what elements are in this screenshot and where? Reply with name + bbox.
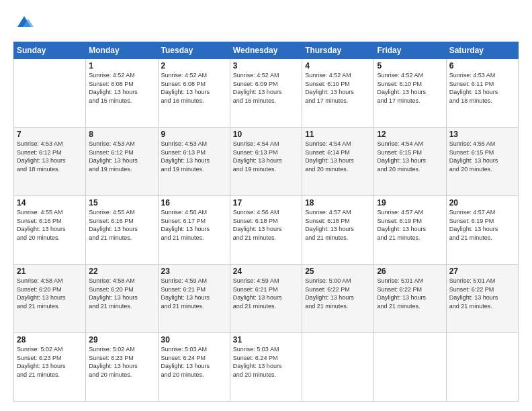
calendar-cell: 7Sunrise: 4:53 AMSunset: 6:12 PMDaylight… [14, 128, 86, 196]
day-info: Sunrise: 5:02 AMSunset: 6:23 PMDaylight:… [89, 345, 154, 379]
day-info: Sunrise: 4:57 AMSunset: 6:19 PMDaylight:… [449, 208, 515, 242]
calendar-cell [446, 333, 518, 402]
day-number: 31 [233, 335, 299, 345]
calendar-cell: 29Sunrise: 5:02 AMSunset: 6:23 PMDayligh… [86, 333, 158, 402]
day-info: Sunrise: 4:52 AMSunset: 6:09 PMDaylight:… [233, 71, 299, 105]
calendar-cell: 1Sunrise: 4:52 AMSunset: 6:08 PMDaylight… [86, 59, 158, 128]
day-number: 4 [305, 61, 371, 71]
calendar-cell: 13Sunrise: 4:55 AMSunset: 6:15 PMDayligh… [446, 128, 518, 196]
header-wednesday: Wednesday [230, 42, 302, 59]
day-info: Sunrise: 4:53 AMSunset: 6:12 PMDaylight:… [89, 140, 154, 173]
calendar-cell: 8Sunrise: 4:53 AMSunset: 6:12 PMDaylight… [86, 128, 158, 196]
day-info: Sunrise: 5:01 AMSunset: 6:22 PMDaylight:… [449, 277, 515, 310]
calendar-cell: 30Sunrise: 5:03 AMSunset: 6:24 PMDayligh… [158, 333, 230, 402]
calendar-cell: 20Sunrise: 4:57 AMSunset: 6:19 PMDayligh… [446, 196, 518, 265]
day-number: 23 [161, 267, 227, 276]
logo [13, 12, 34, 34]
day-number: 21 [17, 267, 83, 276]
day-number: 16 [161, 198, 227, 208]
header-friday: Friday [374, 42, 446, 59]
day-info: Sunrise: 4:52 AMSunset: 6:08 PMDaylight:… [89, 71, 154, 105]
calendar-cell: 14Sunrise: 4:55 AMSunset: 6:16 PMDayligh… [14, 196, 86, 265]
day-info: Sunrise: 4:56 AMSunset: 6:17 PMDaylight:… [161, 208, 227, 242]
day-number: 29 [89, 335, 154, 345]
calendar-cell: 26Sunrise: 5:01 AMSunset: 6:22 PMDayligh… [374, 265, 446, 333]
calendar-week-5: 28Sunrise: 5:02 AMSunset: 6:23 PMDayligh… [14, 333, 519, 402]
day-number: 20 [449, 198, 515, 208]
calendar-cell: 10Sunrise: 4:54 AMSunset: 6:13 PMDayligh… [230, 128, 302, 196]
calendar-cell: 9Sunrise: 4:53 AMSunset: 6:13 PMDaylight… [158, 128, 230, 196]
day-info: Sunrise: 4:59 AMSunset: 6:21 PMDaylight:… [161, 277, 227, 310]
header-tuesday: Tuesday [158, 42, 230, 59]
day-number: 9 [161, 130, 227, 139]
day-number: 3 [233, 61, 299, 71]
day-number: 12 [377, 130, 443, 139]
day-number: 24 [233, 267, 299, 276]
calendar-cell: 31Sunrise: 5:03 AMSunset: 6:24 PMDayligh… [230, 333, 302, 402]
day-info: Sunrise: 4:54 AMSunset: 6:15 PMDaylight:… [377, 140, 443, 173]
day-info: Sunrise: 4:52 AMSunset: 6:08 PMDaylight:… [161, 71, 227, 105]
calendar-cell: 15Sunrise: 4:55 AMSunset: 6:16 PMDayligh… [86, 196, 158, 265]
day-info: Sunrise: 4:54 AMSunset: 6:14 PMDaylight:… [305, 140, 371, 173]
day-number: 10 [233, 130, 299, 139]
day-number: 1 [89, 61, 154, 71]
calendar-cell [14, 59, 86, 128]
calendar-cell: 18Sunrise: 4:57 AMSunset: 6:18 PMDayligh… [302, 196, 374, 265]
day-info: Sunrise: 5:01 AMSunset: 6:22 PMDaylight:… [377, 277, 443, 310]
day-info: Sunrise: 5:02 AMSunset: 6:23 PMDaylight:… [17, 345, 83, 379]
calendar-cell: 28Sunrise: 5:02 AMSunset: 6:23 PMDayligh… [14, 333, 86, 402]
day-info: Sunrise: 4:56 AMSunset: 6:18 PMDaylight:… [233, 208, 299, 242]
day-number: 27 [449, 267, 515, 276]
day-info: Sunrise: 4:58 AMSunset: 6:20 PMDaylight:… [17, 277, 83, 310]
calendar-cell: 25Sunrise: 5:00 AMSunset: 6:22 PMDayligh… [302, 265, 374, 333]
day-info: Sunrise: 5:00 AMSunset: 6:22 PMDaylight:… [305, 277, 371, 310]
day-info: Sunrise: 4:52 AMSunset: 6:10 PMDaylight:… [305, 71, 371, 105]
day-info: Sunrise: 5:03 AMSunset: 6:24 PMDaylight:… [161, 345, 227, 379]
calendar-cell [302, 333, 374, 402]
calendar-cell [374, 333, 446, 402]
header-thursday: Thursday [302, 42, 374, 59]
calendar-header-row: Sunday Monday Tuesday Wednesday Thursday… [14, 42, 519, 59]
day-info: Sunrise: 4:52 AMSunset: 6:10 PMDaylight:… [377, 71, 443, 105]
day-number: 5 [377, 61, 443, 71]
day-number: 17 [233, 198, 299, 208]
day-info: Sunrise: 4:58 AMSunset: 6:20 PMDaylight:… [89, 277, 154, 310]
calendar-cell: 4Sunrise: 4:52 AMSunset: 6:10 PMDaylight… [302, 59, 374, 128]
day-number: 2 [161, 61, 227, 71]
calendar-week-3: 14Sunrise: 4:55 AMSunset: 6:16 PMDayligh… [14, 196, 519, 265]
day-info: Sunrise: 4:54 AMSunset: 6:13 PMDaylight:… [233, 140, 299, 173]
day-info: Sunrise: 5:03 AMSunset: 6:24 PMDaylight:… [233, 345, 299, 379]
day-number: 11 [305, 130, 371, 139]
day-number: 7 [17, 130, 83, 139]
calendar-cell: 12Sunrise: 4:54 AMSunset: 6:15 PMDayligh… [374, 128, 446, 196]
day-info: Sunrise: 4:57 AMSunset: 6:19 PMDaylight:… [377, 208, 443, 242]
day-number: 8 [89, 130, 154, 139]
header-saturday: Saturday [446, 42, 518, 59]
calendar-cell: 11Sunrise: 4:54 AMSunset: 6:14 PMDayligh… [302, 128, 374, 196]
calendar-cell: 17Sunrise: 4:56 AMSunset: 6:18 PMDayligh… [230, 196, 302, 265]
day-number: 6 [449, 61, 515, 71]
calendar-cell: 22Sunrise: 4:58 AMSunset: 6:20 PMDayligh… [86, 265, 158, 333]
day-number: 13 [449, 130, 515, 139]
day-number: 25 [305, 267, 371, 276]
day-info: Sunrise: 4:55 AMSunset: 6:16 PMDaylight:… [17, 208, 83, 242]
calendar-week-4: 21Sunrise: 4:58 AMSunset: 6:20 PMDayligh… [14, 265, 519, 333]
day-info: Sunrise: 4:53 AMSunset: 6:12 PMDaylight:… [17, 140, 83, 173]
day-number: 30 [161, 335, 227, 345]
calendar-cell: 5Sunrise: 4:52 AMSunset: 6:10 PMDaylight… [374, 59, 446, 128]
header-monday: Monday [86, 42, 158, 59]
calendar-table: Sunday Monday Tuesday Wednesday Thursday… [13, 42, 519, 402]
calendar-cell: 2Sunrise: 4:52 AMSunset: 6:08 PMDaylight… [158, 59, 230, 128]
calendar-cell: 24Sunrise: 4:59 AMSunset: 6:21 PMDayligh… [230, 265, 302, 333]
day-info: Sunrise: 4:55 AMSunset: 6:15 PMDaylight:… [449, 140, 515, 173]
calendar-week-1: 1Sunrise: 4:52 AMSunset: 6:08 PMDaylight… [14, 59, 519, 128]
day-number: 28 [17, 335, 83, 345]
day-info: Sunrise: 4:55 AMSunset: 6:16 PMDaylight:… [89, 208, 154, 242]
day-info: Sunrise: 4:53 AMSunset: 6:13 PMDaylight:… [161, 140, 227, 173]
calendar-cell: 6Sunrise: 4:53 AMSunset: 6:11 PMDaylight… [446, 59, 518, 128]
page: Sunday Monday Tuesday Wednesday Thursday… [0, 0, 532, 411]
logo-icon [15, 12, 34, 31]
calendar-cell: 23Sunrise: 4:59 AMSunset: 6:21 PMDayligh… [158, 265, 230, 333]
day-info: Sunrise: 4:59 AMSunset: 6:21 PMDaylight:… [233, 277, 299, 310]
calendar-cell: 27Sunrise: 5:01 AMSunset: 6:22 PMDayligh… [446, 265, 518, 333]
